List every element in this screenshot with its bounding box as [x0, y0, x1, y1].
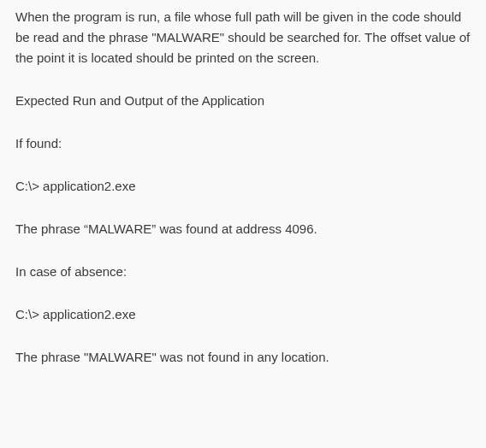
if-found-label: If found: — [15, 133, 471, 154]
document-body: When the program is run, a file whose fu… — [0, 0, 486, 383]
intro-paragraph: When the program is run, a file whose fu… — [15, 7, 471, 68]
absence-label: In case of absence: — [15, 262, 471, 282]
found-output-line: The phrase “MALWARE” was found at addres… — [15, 219, 471, 239]
absence-output-line: The phrase "MALWARE" was not found in an… — [15, 347, 471, 368]
found-command-line: C:\> application2.exe — [15, 176, 471, 197]
expected-run-header: Expected Run and Output of the Applicati… — [15, 91, 471, 111]
absence-command-line: C:\> application2.exe — [15, 304, 471, 325]
